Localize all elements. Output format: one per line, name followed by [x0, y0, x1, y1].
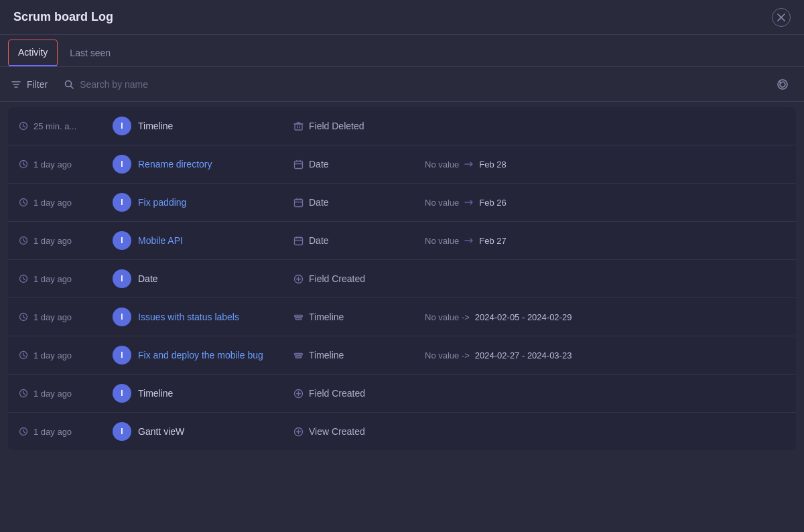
timestamp: 1 day ago — [34, 274, 72, 284]
time-section: 1 day ago — [19, 312, 113, 322]
clock-icon — [19, 236, 28, 245]
timestamp: 25 min. a... — [34, 121, 76, 131]
activity-list: 25 min. a... I Timeline Field Deleted 1 … — [8, 107, 796, 450]
title-bar: Scrum board Log — [0, 0, 804, 35]
avatar: I — [113, 269, 131, 288]
timestamp: 1 day ago — [34, 198, 72, 208]
avatar: I — [113, 193, 131, 212]
search-icon — [64, 79, 74, 90]
item-name[interactable]: Rename directory — [138, 159, 272, 170]
activity-row: 1 day ago I Fix and deploy the mobile bu… — [8, 336, 796, 375]
activity-row: 1 day ago I Fix padding Date No value Fe… — [8, 184, 796, 222]
filter-icon — [11, 79, 21, 90]
timestamp: 1 day ago — [34, 427, 72, 437]
time-section: 25 min. a... — [19, 121, 113, 131]
item-name[interactable]: Issues with status labels — [138, 312, 272, 322]
toolbar-right — [772, 74, 793, 95]
arrow-icon — [464, 236, 474, 246]
field-icon — [293, 121, 304, 131]
item-name[interactable]: Mobile API — [138, 235, 272, 246]
activity-content: 25 min. a... I Timeline Field Deleted 1 … — [0, 102, 804, 532]
item-name[interactable]: Fix padding — [138, 197, 272, 208]
time-section: 1 day ago — [19, 427, 113, 437]
clock-icon — [19, 350, 28, 360]
value-section: No value -> 2024-02-27 - 2024-03-23 — [425, 350, 572, 360]
avatar: I — [113, 308, 131, 326]
window: Scrum board Log Activity Last seen Filte… — [0, 0, 804, 532]
field-icon — [293, 236, 304, 246]
new-value: Feb 27 — [479, 236, 506, 246]
item-name[interactable]: Fix and deploy the mobile bug — [138, 350, 272, 360]
field-label: Field Created — [309, 388, 365, 399]
field-label: View Created — [309, 426, 365, 437]
search-placeholder: Search by name — [80, 79, 148, 90]
tabs-bar: Activity Last seen — [0, 35, 804, 67]
clock-icon — [19, 389, 28, 398]
tab-last-seen[interactable]: Last seen — [60, 41, 120, 66]
field-section: Field Created — [293, 273, 414, 284]
activity-row: 1 day ago I Gantt vieW View Created — [8, 413, 796, 450]
field-section: Field Deleted — [293, 121, 414, 131]
arrow-icon — [464, 198, 474, 208]
item-name: Gantt vieW — [138, 426, 272, 437]
search-area[interactable]: Search by name — [64, 79, 756, 90]
toolbar: Filter Search by name — [0, 67, 804, 102]
avatar: I — [113, 117, 131, 135]
old-value: No value -> — [425, 312, 470, 322]
field-icon — [293, 274, 304, 284]
time-section: 1 day ago — [19, 274, 113, 284]
svg-rect-7 — [295, 199, 303, 206]
activity-row: 1 day ago I Date Field Created — [8, 260, 796, 298]
field-icon — [293, 350, 304, 360]
activity-row: 1 day ago I Issues with status labels Ti… — [8, 298, 796, 336]
new-value: Feb 26 — [479, 198, 506, 208]
avatar: I — [113, 155, 131, 174]
close-button[interactable] — [772, 8, 791, 27]
field-label: Date — [309, 159, 329, 170]
item-name: Date — [138, 273, 272, 284]
svg-rect-5 — [295, 161, 303, 168]
filter-button[interactable]: Filter — [11, 79, 48, 90]
tab-activity[interactable]: Activity — [8, 40, 58, 66]
activity-row: 1 day ago I Timeline Field Created — [8, 375, 796, 413]
timestamp: 1 day ago — [34, 389, 72, 399]
svg-rect-9 — [295, 237, 303, 245]
avatar: I — [113, 346, 131, 364]
refresh-button[interactable] — [772, 74, 793, 95]
field-label: Field Created — [309, 273, 365, 284]
field-label: Timeline — [309, 350, 344, 360]
field-section: Timeline — [293, 350, 414, 360]
value-section: No value Feb 26 — [425, 198, 507, 208]
svg-point-1 — [778, 80, 787, 89]
svg-rect-13 — [295, 315, 303, 317]
time-section: 1 day ago — [19, 236, 113, 246]
field-label: Date — [309, 235, 329, 246]
timestamp: 1 day ago — [34, 350, 72, 360]
field-label: Field Deleted — [309, 121, 364, 131]
window-title: Scrum board Log — [13, 10, 113, 24]
clock-icon — [19, 159, 28, 169]
new-value: Feb 28 — [479, 159, 506, 170]
clock-icon — [19, 312, 28, 322]
field-icon — [293, 389, 304, 399]
field-icon — [293, 312, 304, 322]
svg-rect-16 — [295, 353, 303, 355]
field-section: Date — [293, 235, 414, 246]
activity-row: 1 day ago I Rename directory Date No val… — [8, 145, 796, 184]
field-section: Field Created — [293, 388, 414, 399]
svg-rect-3 — [295, 124, 302, 130]
time-section: 1 day ago — [19, 389, 113, 399]
new-value: 2024-02-27 - 2024-03-23 — [475, 350, 572, 360]
item-name: Timeline — [138, 388, 272, 399]
avatar: I — [113, 384, 131, 403]
avatar: I — [113, 231, 131, 250]
activity-row: 25 min. a... I Timeline Field Deleted — [8, 107, 796, 145]
svg-rect-17 — [295, 356, 302, 358]
time-section: 1 day ago — [19, 198, 113, 208]
field-section: Date — [293, 197, 414, 208]
timestamp: 1 day ago — [34, 312, 72, 322]
field-label: Date — [309, 197, 329, 208]
new-value: 2024-02-05 - 2024-02-29 — [475, 312, 572, 322]
old-value: No value -> — [425, 350, 470, 360]
time-section: 1 day ago — [19, 350, 113, 360]
